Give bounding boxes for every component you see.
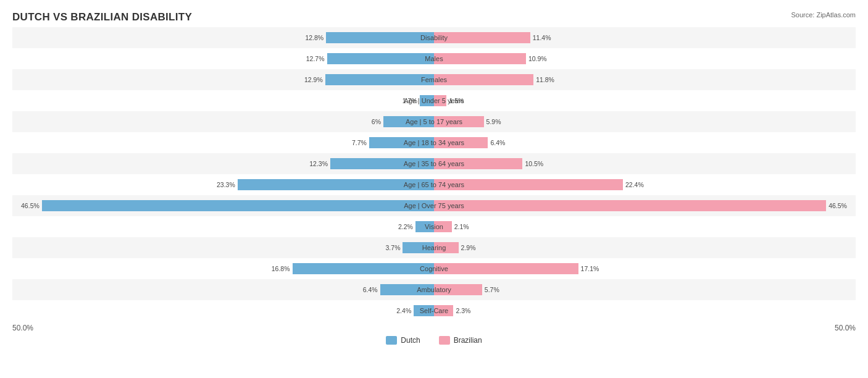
table-row: 6%5.9%Age | 5 to 17 years: [12, 111, 856, 132]
bar-label: Age | Over 75 years: [404, 202, 464, 209]
bar-label: Age | 35 to 64 years: [404, 160, 464, 167]
axis-right: 50.0%: [835, 324, 856, 332]
bar-label: Age | 65 to 74 years: [404, 181, 464, 188]
dutch-value: 16.8%: [272, 265, 290, 272]
dutch-label: Dutch: [401, 336, 420, 345]
table-row: 3.7%2.9%Hearing: [12, 237, 856, 258]
table-row: 46.5%46.5%Age | Over 75 years: [12, 195, 856, 216]
bar-label: Age | 5 to 17 years: [406, 118, 462, 125]
table-row: 12.9%11.8%Females: [12, 69, 856, 90]
brazilian-value: 17.1%: [581, 265, 599, 272]
chart-title: DUTCH VS BRAZILIAN DISABILITY: [12, 11, 856, 23]
brazilian-bar: [434, 200, 826, 211]
dutch-value: 6%: [372, 118, 381, 125]
brazilian-value: 11.8%: [536, 76, 554, 83]
brazilian-value: 10.9%: [528, 55, 547, 62]
brazilian-swatch: [439, 336, 450, 345]
bar-label: Females: [421, 76, 447, 83]
brazilian-value: 46.5%: [828, 202, 847, 209]
table-row: 12.8%11.4%Disability: [12, 27, 856, 48]
dutch-bar: [326, 32, 434, 43]
legend-brazilian: Brazilian: [439, 336, 482, 345]
brazilian-value: 2.1%: [454, 223, 469, 230]
dutch-value: 46.5%: [21, 202, 40, 209]
bar-label: Vision: [425, 223, 443, 230]
table-row: 2.4%2.3%Self-Care: [12, 300, 856, 321]
brazilian-value: 2.3%: [456, 307, 470, 314]
bar-label: Hearing: [422, 244, 446, 251]
brazilian-value: 5.9%: [486, 118, 501, 125]
dutch-value: 3.7%: [386, 244, 401, 251]
bar-label: Self-Care: [420, 307, 448, 314]
brazilian-value: 6.4%: [490, 139, 505, 146]
brazilian-bar: [434, 32, 530, 43]
dutch-value: 12.8%: [305, 34, 323, 41]
brazilian-label: Brazilian: [454, 336, 482, 345]
dutch-value: 2.4%: [396, 307, 411, 314]
brazilian-bar: [434, 74, 533, 85]
brazilian-value: 2.9%: [461, 244, 476, 251]
bars-area: 12.8%11.4%Disability12.7%10.9%Males12.9%…: [12, 27, 856, 321]
axis-left: 50.0%: [12, 324, 33, 332]
table-row: 12.7%10.9%Males: [12, 48, 856, 69]
table-row: 12.3%10.5%Age | 35 to 64 years: [12, 153, 856, 174]
bar-label: Age | 18 to 34 years: [404, 139, 464, 146]
dutch-value: 6.4%: [363, 286, 378, 293]
chart-container: DUTCH VS BRAZILIAN DISABILITY Source: Zi…: [0, 0, 868, 378]
bar-label: Males: [425, 55, 443, 62]
dutch-value: 12.9%: [304, 76, 323, 83]
dutch-swatch: [386, 336, 397, 345]
brazilian-value: 22.4%: [625, 181, 644, 188]
source-label: Source: ZipAtlas.com: [791, 11, 856, 19]
dutch-bar: [325, 74, 434, 85]
dutch-bar: [293, 263, 434, 274]
dutch-value: 12.3%: [309, 160, 328, 167]
legend: Dutch Brazilian: [12, 336, 856, 345]
brazilian-value: 5.7%: [485, 286, 499, 293]
dutch-bar: [327, 53, 434, 64]
brazilian-value: 10.5%: [525, 160, 543, 167]
dutch-value: 7.7%: [352, 139, 367, 146]
dutch-value: 2.2%: [398, 223, 413, 230]
table-row: 6.4%5.7%Ambulatory: [12, 279, 856, 300]
table-row: 1.7%1.5%Age | Under 5 years: [12, 90, 856, 111]
dutch-value: 23.3%: [217, 181, 235, 188]
brazilian-bar: [434, 53, 526, 64]
bar-label: Disability: [420, 34, 448, 41]
dutch-bar: [42, 200, 434, 211]
axis-row: 50.0% 50.0%: [12, 324, 856, 332]
bar-label: Age | Under 5 years: [404, 97, 464, 104]
brazilian-value: 11.4%: [533, 34, 551, 41]
legend-dutch: Dutch: [386, 336, 420, 345]
brazilian-bar: [434, 263, 578, 274]
dutch-value: 12.7%: [306, 55, 325, 62]
table-row: 16.8%17.1%Cognitive: [12, 258, 856, 279]
table-row: 2.2%2.1%Vision: [12, 216, 856, 237]
table-row: 23.3%22.4%Age | 65 to 74 years: [12, 174, 856, 195]
bar-label: Cognitive: [420, 265, 448, 272]
table-row: 7.7%6.4%Age | 18 to 34 years: [12, 132, 856, 153]
bar-label: Ambulatory: [417, 286, 451, 293]
